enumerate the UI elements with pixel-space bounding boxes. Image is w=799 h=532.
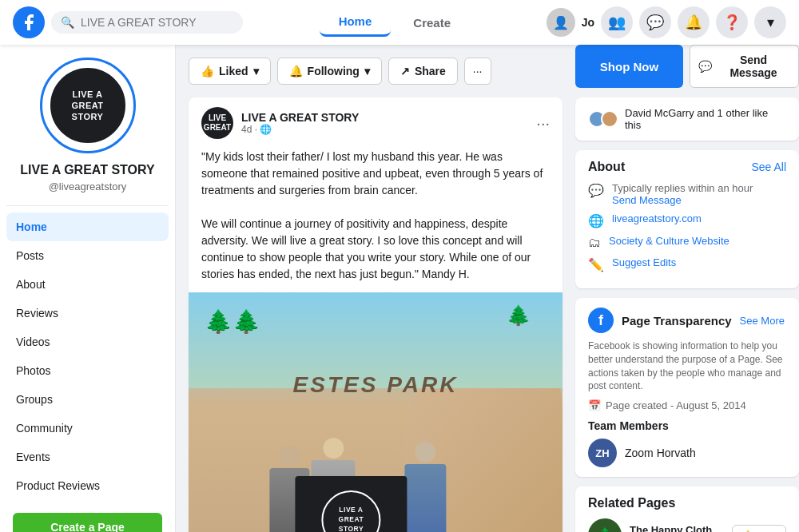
search-input[interactable] [81, 16, 233, 29]
sidebar-item-reviews[interactable]: Reviews [6, 299, 169, 328]
page-handle: @liveagreatstory [49, 181, 127, 193]
main-content: 👍 Liked ▾ 🔔 Following ▾ ↗ Share ··· LIVE… [176, 45, 575, 532]
help-icon-button[interactable]: ❓ [716, 6, 748, 38]
related-page-1-info: The Happy Clothing C... Clothing (Brand) [630, 524, 724, 532]
team-member-name[interactable]: Zoom Horvath [625, 447, 696, 459]
nav-create-button[interactable]: Create [394, 8, 470, 37]
sidebar-item-events[interactable]: Events [6, 443, 169, 471]
team-members-section: Team Members ZH Zoom Horvath [588, 419, 786, 467]
topnav-right-section: 👤 Jo 👥 💬 🔔 ❓ ▾ [547, 6, 786, 38]
website-link[interactable]: liveagreatstory.com [612, 212, 702, 224]
share-button[interactable]: ↗ Share [388, 58, 458, 85]
transparency-header: f Page Transparency See More [588, 308, 786, 333]
more-options-button[interactable]: ··· [464, 58, 491, 85]
facebook-small-icon: f [588, 308, 614, 333]
post-header-left: LIVEGREAT LIVE A GREAT STORY 4d · 🌐 [201, 107, 359, 139]
post-image: 🌲🌲 🌲 ESTES PARK [189, 292, 562, 532]
about-edits-row: ✏️ Suggest Edits [588, 256, 786, 272]
related-page-1-avatar: 🌲 [588, 518, 622, 532]
flag-logo: LIVE AGREATSTORY [321, 490, 380, 532]
send-message-button[interactable]: 💬 Send Message [690, 45, 799, 88]
post-header: LIVEGREAT LIVE A GREAT STORY 4d · 🌐 ··· [189, 97, 562, 149]
shop-now-button[interactable]: Shop Now [575, 45, 683, 88]
sidebar-item-product-reviews[interactable]: Product Reviews [6, 471, 169, 500]
calendar-icon: 📅 [588, 399, 601, 411]
search-bar[interactable]: 🔍 [51, 11, 243, 34]
related-page-1: 🌲 The Happy Clothing C... Clothing (Bran… [588, 518, 786, 532]
sidebar-item-about[interactable]: About [6, 270, 169, 299]
post-text: "My kids lost their father/ I lost my hu… [189, 149, 562, 292]
see-all-link[interactable]: See All [751, 161, 786, 173]
sidebar-item-home[interactable]: Home [6, 212, 169, 241]
see-more-link[interactable]: See More [740, 315, 785, 327]
bell-icon-button[interactable]: 🔔 [678, 6, 710, 38]
globe-icon: 🌐 [588, 213, 604, 228]
topnav-nav-buttons: Home Create [249, 8, 540, 37]
shop-bar: Shop Now 💬 Send Message [575, 45, 799, 88]
transparency-section: f Page Transparency See More Facebook is… [575, 298, 799, 477]
sidebar-item-groups[interactable]: Groups [6, 385, 169, 414]
related-pages-section: Related Pages 🌲 The Happy Clothing C... … [575, 486, 799, 532]
sidebar-item-community[interactable]: Community [6, 414, 169, 443]
message-circle-icon: 💬 [588, 183, 604, 198]
messenger-icon-small: 💬 [698, 60, 712, 73]
about-category-row: 🗂 Society & Culture Website [588, 235, 786, 250]
chevron-down-icon-button[interactable]: ▾ [754, 6, 786, 38]
about-title-row: About See All [588, 160, 786, 174]
likes-section: David McGarry and 1 other like this [575, 97, 799, 141]
chevron-down-icon: ▾ [253, 65, 259, 77]
related-page-1-like-button[interactable]: 👍 Like [732, 525, 786, 532]
liker-avatar-2 [601, 110, 618, 128]
action-bar: 👍 Liked ▾ 🔔 Following ▾ ↗ Share ··· [189, 58, 562, 85]
related-pages-title: Related Pages [588, 496, 675, 510]
username: Jo [582, 16, 594, 29]
flag: LIVE AGREATSTORY [295, 476, 407, 532]
page-logo-circle: LIVE AGREATSTORY [40, 58, 136, 153]
about-website-row: 🌐 liveagreatstory.com [588, 212, 786, 228]
sidebar-item-videos[interactable]: Videos [6, 328, 169, 356]
people-icon-button[interactable]: 👥 [601, 6, 633, 38]
estes-park-text: ESTES PARK [293, 372, 459, 398]
likes-row: David McGarry and 1 other like this [588, 107, 786, 131]
about-section: About See All 💬 Typically replies within… [575, 150, 799, 288]
left-sidebar: LIVE AGREATSTORY LIVE A GREAT STORY @liv… [0, 45, 176, 532]
liker-avatars [588, 110, 618, 128]
liked-button[interactable]: 👍 Liked ▾ [189, 58, 271, 85]
post-meta: 4d · 🌐 [241, 124, 359, 135]
facebook-logo[interactable] [13, 6, 45, 38]
page-name: LIVE A GREAT STORY [20, 163, 154, 177]
sidebar-item-photos[interactable]: Photos [6, 356, 169, 385]
page-logo-section: LIVE AGREATSTORY LIVE A GREAT STORY @liv… [6, 58, 169, 206]
page-layout: LIVE AGREATSTORY LIVE A GREAT STORY @liv… [0, 45, 799, 532]
related-page-1-name[interactable]: The Happy Clothing C... [630, 524, 724, 532]
about-reply-row: 💬 Typically replies within an hour Send … [588, 182, 786, 206]
post-card: LIVEGREAT LIVE A GREAT STORY 4d · 🌐 ··· … [189, 97, 562, 532]
create-page-button[interactable]: Create a Page [13, 513, 162, 532]
post-page-name[interactable]: LIVE A GREAT STORY [241, 111, 359, 124]
bell-small-icon: 🔔 [289, 65, 303, 77]
about-title: About [588, 160, 625, 174]
folder-icon: 🗂 [588, 236, 601, 250]
post-avatar: LIVEGREAT [201, 107, 233, 139]
sidebar-item-posts[interactable]: Posts [6, 241, 169, 270]
team-member-avatar: ZH [588, 439, 617, 467]
search-icon: 🔍 [61, 16, 74, 29]
avatar[interactable]: 👤 [547, 8, 575, 37]
transparency-title: Page Transparency [622, 314, 732, 328]
pencil-icon: ✏️ [588, 257, 604, 272]
sidebar-navigation: Home Posts About Reviews Videos Photos G… [6, 212, 169, 500]
post-author-info: LIVE A GREAT STORY 4d · 🌐 [241, 111, 359, 135]
suggest-edits-link[interactable]: Suggest Edits [612, 256, 676, 268]
post-options-button[interactable]: ··· [536, 114, 550, 133]
category-link[interactable]: Society & Culture Website [609, 235, 729, 247]
share-icon: ↗ [400, 65, 410, 77]
team-members-title: Team Members [588, 419, 786, 432]
related-pages-title-row: Related Pages [588, 496, 786, 510]
people-with-flag: LIVE AGREATSTORY [269, 438, 446, 532]
send-message-link[interactable]: Send Message [612, 194, 682, 206]
nav-home-button[interactable]: Home [320, 8, 392, 37]
following-button[interactable]: 🔔 Following ▾ [277, 58, 382, 85]
thumbs-up-icon: 👍 [201, 65, 214, 77]
top-navigation: 🔍 Home Create 👤 Jo 👥 💬 🔔 ❓ ▾ [0, 0, 799, 45]
messenger-icon-button[interactable]: 💬 [639, 6, 671, 38]
